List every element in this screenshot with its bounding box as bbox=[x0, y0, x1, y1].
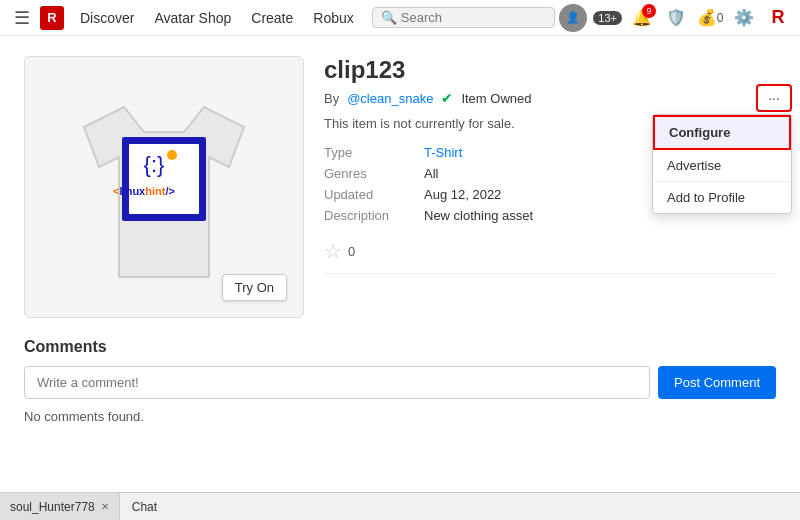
tshirt-image: {:} <linuxhint/> bbox=[54, 77, 274, 297]
item-title: clip123 bbox=[324, 56, 776, 84]
avatar-icon: 👤 bbox=[559, 4, 587, 32]
item-creator-link[interactable]: @clean_snake bbox=[347, 91, 433, 106]
star-icon[interactable]: ☆ bbox=[324, 239, 342, 263]
hamburger-button[interactable]: ☰ bbox=[8, 3, 36, 33]
chat-tab-close-icon[interactable]: ✕ bbox=[101, 501, 109, 512]
no-comments-text: No comments found. bbox=[24, 409, 776, 424]
chat-label[interactable]: Chat bbox=[120, 496, 169, 518]
dropdown-item-advertise[interactable]: Advertise bbox=[653, 150, 791, 182]
roblox-logo: R bbox=[40, 6, 64, 30]
roblox-r-icon[interactable]: R bbox=[764, 4, 792, 32]
nav-link-create[interactable]: Create bbox=[243, 10, 301, 26]
star-row: ☆ 0 bbox=[324, 239, 776, 274]
genres-label: Genres bbox=[324, 166, 424, 181]
svg-text:{:}: {:} bbox=[144, 152, 165, 177]
description-label: Description bbox=[324, 208, 424, 223]
updated-label: Updated bbox=[324, 187, 424, 202]
star-count: 0 bbox=[348, 244, 355, 259]
description-value: New clothing asset bbox=[424, 208, 533, 223]
robux-count: 0 bbox=[717, 11, 724, 25]
updated-value: Aug 12, 2022 bbox=[424, 187, 501, 202]
search-input[interactable] bbox=[401, 10, 547, 25]
main-content: {:} <linuxhint/> Try On clip123 By @clea… bbox=[0, 36, 800, 338]
topnav: ☰ R Discover Avatar Shop Create Robux 🔍 … bbox=[0, 0, 800, 36]
search-icon: 🔍 bbox=[381, 10, 397, 25]
item-meta: By @clean_snake ✔ Item Owned bbox=[324, 90, 776, 106]
nav-link-robux[interactable]: Robux bbox=[305, 10, 361, 26]
genres-value: All bbox=[424, 166, 438, 181]
comment-input[interactable] bbox=[24, 366, 650, 399]
search-bar: 🔍 bbox=[372, 7, 556, 28]
nav-link-discover[interactable]: Discover bbox=[72, 10, 142, 26]
comment-input-row: Post Comment bbox=[24, 366, 776, 399]
svg-point-4 bbox=[167, 150, 177, 160]
type-label: Type bbox=[324, 145, 424, 160]
type-value[interactable]: T-Shirt bbox=[424, 145, 462, 160]
post-comment-button[interactable]: Post Comment bbox=[658, 366, 776, 399]
notification-count: 9 bbox=[642, 4, 656, 18]
comments-title: Comments bbox=[24, 338, 776, 356]
nav-link-avatar-shop[interactable]: Avatar Shop bbox=[146, 10, 239, 26]
comments-section: Comments Post Comment No comments found. bbox=[0, 338, 800, 434]
age-badge: 13+ bbox=[593, 11, 622, 25]
notifications-button[interactable]: 🔔9 bbox=[628, 4, 656, 32]
chat-tab-username: soul_Hunter778 bbox=[10, 500, 95, 514]
three-dot-button[interactable]: ··· bbox=[756, 84, 792, 112]
nav-right: 👤 13+ 🔔9 🛡️ 💰 0 ⚙️ R bbox=[559, 4, 792, 32]
item-preview: {:} <linuxhint/> Try On bbox=[24, 56, 304, 318]
settings-icon[interactable]: ⚙️ bbox=[730, 4, 758, 32]
item-owned-badge: Item Owned bbox=[461, 91, 531, 106]
try-on-button[interactable]: Try On bbox=[222, 274, 287, 301]
chat-tab-user[interactable]: soul_Hunter778 ✕ bbox=[0, 493, 120, 520]
robux-icon[interactable]: 💰 0 bbox=[696, 4, 724, 32]
dropdown-item-configure[interactable]: Configure bbox=[653, 115, 791, 150]
bottom-bar: soul_Hunter778 ✕ Chat bbox=[0, 492, 800, 520]
svg-text:<linuxhint/>: <linuxhint/> bbox=[113, 185, 175, 197]
dropdown-menu: Configure Advertise Add to Profile bbox=[652, 114, 792, 214]
shield-icon[interactable]: 🛡️ bbox=[662, 4, 690, 32]
dropdown-item-add-to-profile[interactable]: Add to Profile bbox=[653, 182, 791, 213]
owned-check-icon: ✔ bbox=[441, 90, 453, 106]
